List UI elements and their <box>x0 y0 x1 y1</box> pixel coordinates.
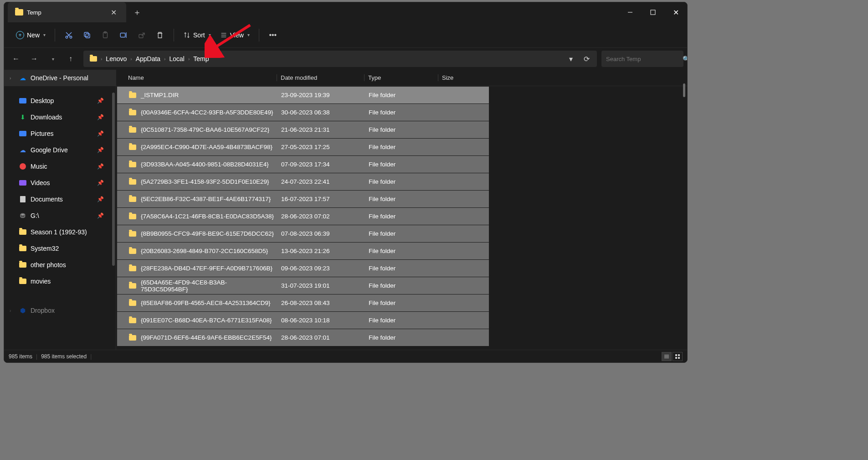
share-button[interactable] <box>133 27 151 43</box>
file-name: {7A58C6A4-1C21-46FB-8CB1-E0DAC83D5A38} <box>141 213 274 220</box>
address-dropdown[interactable]: ▾ <box>565 55 576 63</box>
folder-icon <box>90 56 97 62</box>
column-date[interactable]: Date modified <box>277 74 364 81</box>
chevron-down-icon: ▾ <box>209 32 211 37</box>
file-row[interactable]: {2A995EC4-C990-4D7E-AA59-4B4873BACF98}27… <box>117 139 489 155</box>
sidebar-item-label: G:\ <box>31 212 93 219</box>
copy-button[interactable] <box>78 27 96 43</box>
svg-rect-23 <box>678 354 680 356</box>
sidebar-item-label: Google Drive <box>31 146 93 154</box>
scrollbar[interactable] <box>683 83 685 97</box>
file-row[interactable]: _ISTMP1.DIR23-09-2023 19:39File folder <box>117 87 489 103</box>
search-input[interactable] <box>606 56 683 62</box>
paste-button[interactable] <box>96 27 114 43</box>
file-name: {091EE07C-B68D-40EA-B7CA-6771E315FA08} <box>141 317 272 324</box>
search-box[interactable]: 🔍 <box>601 51 683 67</box>
sidebar-item[interactable]: Season 1 (1992-93) <box>4 224 116 240</box>
new-button[interactable]: + New ▾ <box>11 27 50 43</box>
file-row[interactable]: {5A2729B3-3FE1-4158-93F2-5DD1F0E10E29}24… <box>117 173 489 190</box>
details-view-button[interactable] <box>662 352 672 361</box>
column-size[interactable]: Size <box>438 74 483 81</box>
rename-button[interactable] <box>114 27 133 43</box>
file-name: {3D933BAA-A045-4400-9851-08B28D4031E4} <box>141 161 269 168</box>
sort-indicator-icon: ⌃ <box>199 70 202 72</box>
folder-icon <box>19 277 27 285</box>
chevron-right-icon: › <box>10 76 15 81</box>
sort-button[interactable]: Sort ▾ <box>179 27 216 43</box>
tab-title: Temp <box>27 9 104 16</box>
tab-close-button[interactable]: ✕ <box>108 7 119 18</box>
sidebar-item-label: Desktop <box>31 97 93 104</box>
new-tab-button[interactable]: ＋ <box>128 3 146 21</box>
forward-button[interactable]: → <box>26 51 42 67</box>
chevron-right-icon: › <box>10 308 15 313</box>
sidebar-item[interactable]: Videos📌 <box>4 175 116 191</box>
file-row[interactable]: {8B9B0955-CFC9-49F8-BE9C-615E7D6DCC62}07… <box>117 225 489 242</box>
sidebar-item[interactable]: other photos <box>4 257 116 273</box>
cut-button[interactable] <box>60 27 78 43</box>
breadcrumb-root[interactable] <box>87 56 100 62</box>
back-button[interactable]: ← <box>8 51 24 67</box>
more-button[interactable]: ••• <box>264 27 282 43</box>
breadcrumb[interactable]: AppData <box>133 55 163 62</box>
breadcrumb[interactable]: Local <box>166 55 187 62</box>
file-row[interactable]: {99FA071D-6EF6-44E6-9AF6-EBB6EC2E5F54}28… <box>117 329 489 346</box>
window-controls: ✕ <box>619 2 687 22</box>
file-date: 21-06-2023 21:31 <box>277 126 365 133</box>
folder-icon <box>15 9 23 16</box>
file-name: {5EC2EB86-F32C-4387-BE1F-4AE6B1774317} <box>141 196 271 202</box>
minimize-button[interactable] <box>619 2 642 22</box>
file-row[interactable]: {85E8AF86-09FB-4565-AEC8-4A2531364CD9}26… <box>117 295 489 311</box>
sidebar-dropbox[interactable]: › ⬢ Dropbox <box>4 302 116 319</box>
recent-button[interactable]: ▾ <box>44 51 61 67</box>
column-type[interactable]: Type <box>364 74 438 81</box>
sidebar-item-label: System32 <box>31 245 110 252</box>
column-name[interactable]: Name⌃ <box>124 74 277 81</box>
pictures-icon <box>19 129 27 138</box>
sidebar-item[interactable]: Music📌 <box>4 158 116 175</box>
view-button[interactable]: View ▾ <box>216 27 254 43</box>
file-name: {0C510871-7358-479C-BAA6-10E567A9CF22} <box>141 126 269 133</box>
refresh-button[interactable]: ⟳ <box>580 55 593 63</box>
maximize-button[interactable] <box>642 2 664 22</box>
file-row[interactable]: {5EC2EB86-F32C-4387-BE1F-4AE6B1774317}16… <box>117 191 489 207</box>
sidebar-item[interactable]: movies <box>4 273 116 289</box>
sidebar-item-label: movies <box>31 278 110 285</box>
file-row[interactable]: {3D933BAA-A045-4400-9851-08B28D4031E4}07… <box>117 156 489 173</box>
sidebar-onedrive[interactable]: › ☁ OneDrive - Personal <box>4 70 116 86</box>
file-type: File folder <box>365 230 439 237</box>
file-type: File folder <box>365 109 439 116</box>
scrollbar[interactable] <box>112 93 115 266</box>
tab[interactable]: Temp ✕ <box>8 2 126 22</box>
sidebar: › ☁ OneDrive - Personal Desktop📌⬇Downloa… <box>4 70 116 350</box>
file-row[interactable]: {7A58C6A4-1C21-46FB-8CB1-E0DAC83D5A38}28… <box>117 208 489 225</box>
sidebar-item[interactable]: Documents📌 <box>4 191 116 207</box>
sidebar-item[interactable]: System32 <box>4 240 116 257</box>
file-row[interactable]: {65D4A65E-4FD9-4CE8-B3AB-75D3C5D954BF}31… <box>117 277 489 294</box>
file-row[interactable]: {091EE07C-B68D-40EA-B7CA-6771E315FA08}08… <box>117 312 489 329</box>
svg-rect-7 <box>84 32 88 36</box>
address-bar[interactable]: › Lenovo › AppData › Local › Temp ▾ ⟳ <box>83 51 597 67</box>
delete-button[interactable] <box>151 27 169 43</box>
folder-icon <box>129 335 136 341</box>
file-row[interactable]: {28FE238A-DB4D-47EF-9FEF-A0D9B717606B}09… <box>117 260 489 277</box>
file-row[interactable]: {00A9346E-6CFA-4CC2-93FB-A5F3DDE80E49}30… <box>117 104 489 121</box>
sidebar-item[interactable]: ⬇Downloads📌 <box>4 109 116 125</box>
file-name: {85E8AF86-09FB-4565-AEC8-4A2531364CD9} <box>141 300 270 306</box>
file-name: {20B26083-2698-4849-B707-2CC160C658D5} <box>141 248 268 254</box>
file-row[interactable]: {0C510871-7358-479C-BAA6-10E567A9CF22}21… <box>117 121 489 138</box>
sidebar-item[interactable]: Desktop📌 <box>4 93 116 109</box>
breadcrumb[interactable]: Lenovo <box>103 55 129 62</box>
close-button[interactable]: ✕ <box>664 2 687 22</box>
breadcrumb[interactable]: Temp <box>190 55 211 62</box>
sidebar-item[interactable]: ☁Google Drive📌 <box>4 142 116 158</box>
sidebar-item-label: Downloads <box>31 114 93 121</box>
view-icon <box>220 31 227 39</box>
thumbnails-view-button[interactable] <box>673 352 683 361</box>
up-button[interactable]: ↑ <box>62 51 79 67</box>
folder-icon <box>129 283 136 289</box>
file-date: 08-06-2023 10:18 <box>277 317 365 324</box>
sidebar-item[interactable]: Pictures📌 <box>4 125 116 142</box>
file-row[interactable]: {20B26083-2698-4849-B707-2CC160C658D5}13… <box>117 243 489 259</box>
sidebar-item[interactable]: ⛃G:\📌 <box>4 207 116 224</box>
